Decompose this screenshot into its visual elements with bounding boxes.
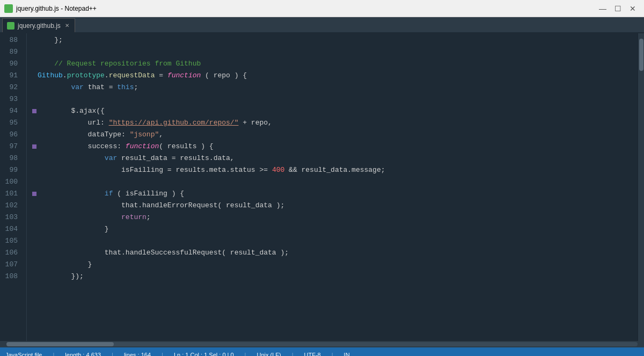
window-controls: — ☐ ✕ — [596, 3, 640, 14]
token: }; — [38, 34, 63, 46]
token: } — [38, 259, 92, 271]
code-line: } — [32, 223, 638, 235]
token: Github — [38, 70, 63, 82]
code-area: 8889909192939495969798991001011021031041… — [0, 33, 638, 341]
line-number: 89 — [0, 46, 22, 58]
vertical-scrollbar[interactable] — [638, 33, 644, 341]
scrollbar-thumb[interactable] — [639, 39, 643, 71]
code-line: var that = this; — [32, 82, 638, 93]
line-number: 96 — [0, 129, 22, 141]
code-line — [32, 176, 638, 188]
token: var — [105, 152, 117, 164]
token: }); — [38, 271, 84, 282]
token: // Request repositories from Github — [54, 58, 201, 70]
token: requestData — [109, 70, 155, 82]
code-line: }; — [32, 34, 638, 46]
token: = — [155, 70, 167, 82]
token: this — [117, 82, 134, 93]
line-number: 99 — [0, 164, 22, 176]
token: "jsonp" — [130, 129, 159, 141]
line-number: 102 — [0, 200, 22, 212]
line-number: 91 — [0, 70, 22, 82]
line-number: 93 — [0, 93, 22, 105]
cursor-position: Ln : 1 Col : 1 Sel : 0 | 0 — [174, 352, 234, 356]
line-number: 97 — [0, 141, 22, 152]
line-number: 104 — [0, 223, 22, 235]
app-icon — [4, 4, 13, 13]
tab-bar: jquery.github.js ✕ — [0, 17, 644, 33]
token — [38, 58, 54, 70]
token: that.handleErrorRequest( result_data ); — [38, 200, 284, 212]
token: function — [126, 141, 159, 152]
line-number: 108 — [0, 271, 22, 282]
token: prototype — [67, 70, 105, 82]
token: ( repo ) { — [201, 70, 247, 82]
tab-file-icon — [7, 22, 14, 30]
token: } — [38, 223, 109, 235]
code-line — [32, 46, 638, 58]
title-bar: jquery.github.js - Notepad++ — ☐ ✕ — [0, 0, 644, 17]
line-number: 103 — [0, 212, 22, 223]
code-line: if ( isFailling ) { — [32, 188, 638, 200]
tab-close-button[interactable]: ✕ — [64, 22, 70, 29]
line-number: 94 — [0, 105, 22, 117]
line-number: 100 — [0, 176, 22, 188]
line-number: 107 — [0, 259, 22, 271]
token: ( results ) { — [159, 141, 213, 152]
token: $.ajax({ — [71, 105, 104, 117]
token: that = — [84, 82, 117, 93]
token: + repo, — [238, 117, 272, 129]
token: url: — [38, 117, 109, 129]
token: var — [71, 82, 83, 93]
token: dataType: — [38, 129, 130, 141]
code-line: that.handleSuccessfulRequest( result_dat… — [32, 247, 638, 259]
line-number: 92 — [0, 82, 22, 93]
line-number: 90 — [0, 58, 22, 70]
code-line: isFailling = results.meta.status >= 400 … — [32, 164, 638, 176]
file-tab[interactable]: jquery.github.js ✕ — [2, 18, 75, 32]
horizontal-scrollbar[interactable] — [0, 341, 644, 347]
code-lines[interactable]: }; // Request repositories from GithubGi… — [27, 33, 638, 341]
code-line: }); — [32, 271, 638, 282]
encoding: UTF-8 — [304, 352, 321, 356]
status-bar: JavaScript file | length : 4,633 | lines… — [0, 347, 644, 356]
editor-container: 8889909192939495969798991001011021031041… — [0, 33, 644, 341]
token: result_data = results.data, — [117, 152, 234, 164]
token: 400 — [272, 164, 284, 176]
code-line — [32, 235, 638, 247]
code-line: url: "https://api.github.com/repos/" + r… — [32, 117, 638, 129]
code-line — [32, 93, 638, 105]
token: isFailling = results.meta.status >= — [38, 164, 272, 176]
title-text: jquery.github.js - Notepad++ — [16, 5, 596, 12]
token: return — [121, 212, 147, 223]
token — [38, 188, 105, 200]
token: ( isFailling ) { — [113, 188, 184, 200]
token — [38, 152, 105, 164]
bookmark-icon — [32, 144, 36, 149]
maximize-button[interactable]: ☐ — [611, 3, 625, 14]
line-number: 101 — [0, 188, 22, 200]
code-line: success: function( results ) { — [32, 141, 638, 152]
line-number: 106 — [0, 247, 22, 259]
bookmark-icon — [32, 192, 36, 196]
code-line: $.ajax({ — [32, 105, 638, 117]
token: . — [105, 70, 109, 82]
hscrollbar-track — [6, 342, 638, 346]
token: ; — [134, 82, 138, 93]
code-line: that.handleErrorRequest( result_data ); — [32, 200, 638, 212]
line-ending: Unix (LF) — [257, 352, 281, 356]
line-numbers: 8889909192939495969798991001011021031041… — [0, 33, 27, 341]
line-number: 105 — [0, 235, 22, 247]
code-line: var result_data = results.data, — [32, 152, 638, 164]
line-number: 98 — [0, 152, 22, 164]
token: function — [167, 70, 201, 82]
close-button[interactable]: ✕ — [626, 3, 640, 14]
token — [38, 82, 71, 93]
token: . — [63, 70, 67, 82]
token: ; — [147, 212, 151, 223]
input-mode: IN — [344, 352, 350, 356]
hscrollbar-thumb[interactable] — [6, 342, 114, 346]
file-lines: lines : 164 — [124, 352, 151, 356]
token: && result_data.message; — [284, 164, 385, 176]
minimize-button[interactable]: — — [596, 3, 610, 14]
